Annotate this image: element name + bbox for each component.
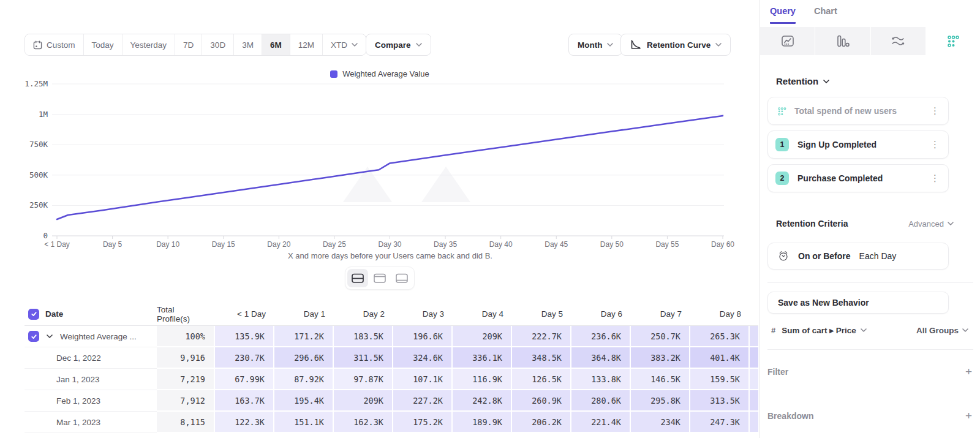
row-label[interactable]: Feb 1, 2023: [56, 396, 100, 406]
retention-value-cell[interactable]: 348.5K: [512, 347, 571, 369]
behavior-card[interactable]: Total spend of new users ⋮: [767, 97, 949, 125]
retention-section-dropdown[interactable]: Retention: [776, 76, 829, 86]
retention-icon[interactable]: [926, 27, 980, 55]
range-12m[interactable]: 12M: [290, 34, 322, 55]
retention-value-cell[interactable]: 265.3K: [690, 326, 750, 347]
save-as-new-behavior-button[interactable]: Save as New Behavior: [767, 292, 949, 314]
advanced-dropdown[interactable]: Advanced: [908, 219, 954, 228]
retention-value-cell[interactable]: 159.5K: [690, 369, 750, 390]
retention-value-cell[interactable]: 401.4K: [690, 347, 750, 369]
filter-section: Filter +: [767, 366, 973, 377]
retention-value-cell[interactable]: 67.99K: [215, 369, 274, 390]
retention-value-cell[interactable]: 222.7K: [512, 326, 571, 347]
row-label[interactable]: Weighted Average ...: [60, 332, 137, 341]
retention-value-cell[interactable]: 227.2K: [393, 390, 453, 412]
granularity-dropdown[interactable]: Month: [568, 34, 622, 56]
retention-value-cell[interactable]: 230.7K: [215, 347, 274, 369]
row-checkbox[interactable]: [28, 331, 39, 342]
expand-chevron-icon[interactable]: [47, 334, 53, 338]
kebab-menu-icon[interactable]: ⋮: [930, 174, 940, 183]
flows-icon[interactable]: [871, 27, 925, 55]
compare-button[interactable]: Compare: [366, 34, 431, 56]
column-header: Day 1: [274, 303, 334, 325]
retention-value-cell[interactable]: 196.6K: [393, 326, 453, 347]
retention-value-cell[interactable]: 260.9K: [512, 390, 571, 412]
kebab-menu-icon[interactable]: ⋮: [930, 107, 940, 116]
retention-value-cell[interactable]: 234K: [631, 412, 690, 433]
retention-value-cell[interactable]: 247.3K: [690, 412, 750, 433]
retention-value-cell[interactable]: 280.6K: [571, 390, 631, 412]
retention-value-cell[interactable]: 221.4K: [571, 412, 631, 433]
retention-value-cell[interactable]: 97.87K: [334, 369, 393, 390]
range-6m[interactable]: 6M: [262, 34, 290, 55]
retention-value-cell[interactable]: 209K: [453, 326, 512, 347]
retention-value-cell[interactable]: 383.2K: [631, 347, 690, 369]
retention-value-cell[interactable]: 107.1K: [393, 369, 453, 390]
retention-value-cell[interactable]: 133.8K: [571, 369, 631, 390]
retention-value-cell[interactable]: 171.2K: [274, 326, 334, 347]
retention-value-cell[interactable]: 296.6K: [274, 347, 334, 369]
chevron-down-icon: [948, 222, 954, 225]
retention-value-cell[interactable]: 364.8K: [571, 347, 631, 369]
add-breakdown-button[interactable]: +: [965, 410, 972, 421]
x-axis-tick: Day 30: [378, 240, 401, 249]
retention-value-cell[interactable]: 209K: [334, 390, 393, 412]
retention-value-cell[interactable]: 175.2K: [393, 412, 453, 433]
retention-value-cell[interactable]: 116.9K: [453, 369, 512, 390]
split-view-button[interactable]: [347, 269, 368, 287]
range-yesterday[interactable]: Yesterday: [122, 34, 175, 55]
row-label[interactable]: Jan 1, 2023: [56, 375, 100, 384]
range-today[interactable]: Today: [83, 34, 122, 55]
row-checkbox[interactable]: [28, 309, 39, 320]
measure-row: # Sum of cart ▸ Price All Groups: [771, 325, 968, 335]
retention-value-cell[interactable]: 295.8K: [631, 390, 690, 412]
retention-line-chart[interactable]: 1.25M1M750K500K250K0< 1 DayDay 5Day 10Da…: [0, 77, 760, 262]
range-30d[interactable]: 30D: [202, 34, 233, 55]
range-custom[interactable]: Custom: [25, 34, 83, 55]
retention-value-cell[interactable]: 189.9K: [453, 412, 512, 433]
step-card-2[interactable]: 2 Purchase Completed ⋮: [767, 164, 949, 192]
retention-value-cell[interactable]: 146.5K: [631, 369, 690, 390]
retention-value-cell[interactable]: 313.5K: [690, 390, 750, 412]
retention-value-cell[interactable]: 162.3K: [334, 412, 393, 433]
table-only-view-button[interactable]: [391, 269, 412, 287]
funnels-icon[interactable]: [815, 27, 870, 55]
retention-value-cell[interactable]: 206.2K: [512, 412, 571, 433]
retention-value-cell[interactable]: 242.8K: [453, 390, 512, 412]
kebab-menu-icon[interactable]: ⋮: [930, 140, 940, 149]
x-axis-tick: Day 55: [655, 240, 679, 249]
retention-value-cell[interactable]: 324.6K: [393, 347, 453, 369]
tab-chart[interactable]: Chart: [814, 6, 837, 24]
measure-property-dropdown[interactable]: Sum of cart ▸ Price: [782, 325, 867, 335]
retention-value-cell[interactable]: 151.1K: [274, 412, 334, 433]
retention-value-cell[interactable]: 236.6K: [571, 326, 631, 347]
retention-value-cell[interactable]: 163.7K: [215, 390, 274, 412]
retention-value-cell[interactable]: 87.92K: [274, 369, 334, 390]
partial-day9-cell: [750, 347, 758, 369]
row-label[interactable]: Mar 1, 2023: [56, 418, 100, 427]
step-card-1[interactable]: 1 Sign Up Completed ⋮: [767, 130, 949, 159]
retention-value-cell[interactable]: 250.7K: [631, 326, 690, 347]
retention-value-cell[interactable]: 336.1K: [453, 347, 512, 369]
retention-value-cell[interactable]: 126.5K: [512, 369, 571, 390]
range-xtd[interactable]: XTD: [322, 34, 366, 55]
retention-value-cell[interactable]: 311.5K: [334, 347, 393, 369]
range-7d[interactable]: 7D: [175, 34, 202, 55]
groups-dropdown[interactable]: All Groups: [916, 326, 968, 335]
y-axis-tick: 0: [43, 231, 48, 240]
retention-value-cell[interactable]: 195.4K: [274, 390, 334, 412]
insights-icon[interactable]: [760, 27, 815, 55]
table-row: Weighted Average ...100%135.9K171.2K183.…: [24, 326, 758, 347]
retention-value-cell[interactable]: 122.3K: [215, 412, 274, 433]
row-label[interactable]: Dec 1, 2022: [56, 353, 101, 363]
range-label: Today: [92, 40, 114, 50]
chart-type-dropdown[interactable]: Retention Curve: [620, 34, 731, 56]
tab-query[interactable]: Query: [770, 6, 796, 24]
chart-only-view-button[interactable]: [369, 269, 390, 287]
add-filter-button[interactable]: +: [965, 366, 972, 377]
x-axis-tick: Day 25: [323, 240, 346, 249]
criteria-timing-card[interactable]: On or Before Each Day: [767, 243, 949, 270]
retention-value-cell[interactable]: 135.9K: [215, 326, 274, 347]
retention-value-cell[interactable]: 183.5K: [334, 326, 393, 347]
range-3m[interactable]: 3M: [233, 34, 262, 55]
